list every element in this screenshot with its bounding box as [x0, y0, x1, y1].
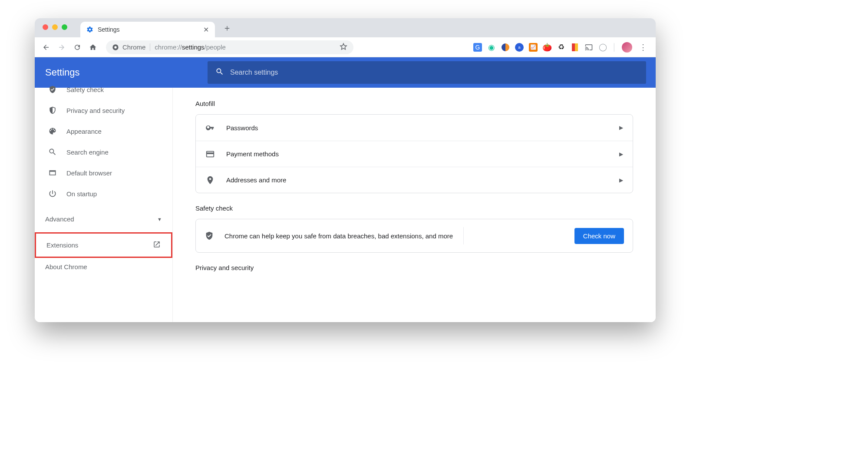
ext-icon-similarweb[interactable] [501, 43, 510, 52]
bookmark-icon[interactable] [340, 43, 347, 52]
sidebar-item-about[interactable]: About Chrome [35, 259, 172, 277]
url-prefix: chrome:// [155, 43, 182, 51]
ext-icon-grammarly[interactable]: ◉ [487, 43, 496, 52]
browser-tab[interactable]: Settings ✕ [80, 22, 215, 37]
url-bold: settings [182, 43, 205, 51]
shield-check-icon [205, 231, 214, 241]
sidebar-item-appearance[interactable]: Appearance [35, 121, 172, 142]
sidebar-advanced[interactable]: Advanced ▼ [35, 209, 172, 229]
settings-search-input[interactable] [230, 69, 638, 76]
browser-toolbar: Chrome chrome://settings/people G ◉ a 📈 … [35, 37, 656, 57]
divider [463, 227, 464, 244]
search-icon [215, 67, 224, 78]
ext-icon-tomato[interactable]: 🍅 [543, 43, 551, 52]
gear-icon [86, 26, 93, 33]
privacy-title-cut: Privacy and security [195, 264, 633, 271]
sidebar-label: On startup [66, 190, 97, 198]
ext-icon-translate[interactable]: G [473, 43, 482, 52]
sidebar-item-safety-check[interactable]: Safety check [35, 79, 172, 100]
chevron-right-icon: ▶ [619, 151, 623, 157]
shield-icon [48, 106, 57, 115]
browser-menu-icon[interactable]: ⋮ [637, 43, 649, 52]
window-controls[interactable] [43, 24, 67, 30]
url-suffix: /people [205, 43, 226, 51]
autofill-row-payment[interactable]: Payment methods ▶ [196, 141, 633, 167]
chrome-icon [112, 44, 119, 51]
sidebar-label: Privacy and security [66, 107, 125, 114]
toolbar-separator: │ [612, 43, 617, 51]
location-icon [205, 175, 215, 185]
autofill-row-passwords[interactable]: Passwords ▶ [196, 115, 633, 141]
ext-icon-analytics[interactable]: 📈 [529, 43, 538, 52]
settings-main: Autofill Passwords ▶ Payment methods ▶ A… [173, 88, 656, 322]
forward-button[interactable] [56, 41, 68, 53]
sidebar-item-on-startup[interactable]: On startup [35, 183, 172, 204]
safety-title: Safety check [195, 204, 633, 212]
sidebar-label: Default browser [66, 169, 112, 177]
cast-icon[interactable] [584, 43, 593, 52]
chevron-down-icon: ▼ [157, 217, 162, 222]
row-label: Addresses and more [226, 176, 286, 184]
key-icon [205, 123, 215, 132]
autofill-card: Passwords ▶ Payment methods ▶ Addresses … [195, 114, 633, 193]
power-icon [48, 189, 57, 198]
omnibox-url: chrome://settings/people [155, 43, 225, 51]
omnibox-app: Chrome [122, 43, 145, 51]
sidebar-item-default-browser[interactable]: Default browser [35, 162, 172, 183]
search-icon [48, 148, 57, 157]
address-bar[interactable]: Chrome chrome://settings/people [106, 40, 353, 54]
palette-icon [48, 127, 57, 136]
chrome-chip: Chrome [112, 43, 150, 51]
open-external-icon [153, 241, 161, 250]
browser-icon [48, 168, 57, 178]
highlight-annotation: Extensions [35, 232, 172, 258]
settings-title: Settings [45, 67, 80, 78]
check-now-button[interactable]: Check now [574, 228, 624, 244]
sidebar-label: Safety check [66, 86, 104, 93]
profile-avatar[interactable] [622, 42, 632, 53]
reload-button[interactable] [71, 41, 83, 53]
tab-title: Settings [98, 26, 120, 33]
safety-card: Chrome can help keep you safe from data … [195, 219, 633, 253]
ext-icon-recycle[interactable]: ♻ [557, 43, 565, 52]
ext-icon-amazon[interactable]: a [515, 43, 524, 52]
home-button[interactable] [87, 41, 99, 53]
row-label: Passwords [226, 124, 258, 132]
safety-text: Chrome can help keep you safe from data … [224, 232, 453, 240]
settings-content: Safety check Privacy and security Appear… [35, 88, 656, 322]
sidebar-item-privacy[interactable]: Privacy and security [35, 100, 172, 121]
new-tab-button[interactable]: ＋ [221, 22, 233, 34]
svg-point-1 [114, 46, 116, 48]
autofill-title: Autofill [195, 100, 633, 107]
sidebar-label: Appearance [66, 128, 102, 135]
close-tab-icon[interactable]: ✕ [203, 26, 209, 34]
advanced-label: Advanced [45, 215, 74, 223]
maximize-window-icon[interactable] [62, 24, 67, 30]
about-label: About Chrome [45, 263, 87, 270]
tab-strip: Settings ✕ ＋ [35, 18, 656, 37]
extension-icons: G ◉ a 📈 🍅 ♻ ◯ │ ⋮ [473, 42, 650, 53]
settings-sidebar: Safety check Privacy and security Appear… [35, 88, 173, 322]
back-button[interactable] [40, 41, 52, 53]
sidebar-item-extensions[interactable]: Extensions [36, 234, 171, 257]
row-label: Payment methods [226, 150, 279, 158]
credit-card-icon [205, 149, 215, 159]
ext-icon-bookmark[interactable] [571, 43, 579, 52]
chevron-right-icon: ▶ [619, 125, 623, 131]
sidebar-item-search-engine[interactable]: Search engine [35, 142, 172, 162]
close-window-icon[interactable] [43, 24, 48, 30]
ext-icon-circle[interactable]: ◯ [598, 43, 607, 52]
extensions-label: Extensions [46, 241, 78, 249]
autofill-row-addresses[interactable]: Addresses and more ▶ [196, 167, 633, 193]
chevron-right-icon: ▶ [619, 177, 623, 183]
minimize-window-icon[interactable] [52, 24, 58, 30]
shield-check-icon [48, 85, 57, 94]
sidebar-label: Search engine [66, 148, 109, 156]
settings-search[interactable] [208, 61, 646, 84]
browser-window: Settings ✕ ＋ Chrome chrome://settings/pe… [35, 18, 656, 322]
